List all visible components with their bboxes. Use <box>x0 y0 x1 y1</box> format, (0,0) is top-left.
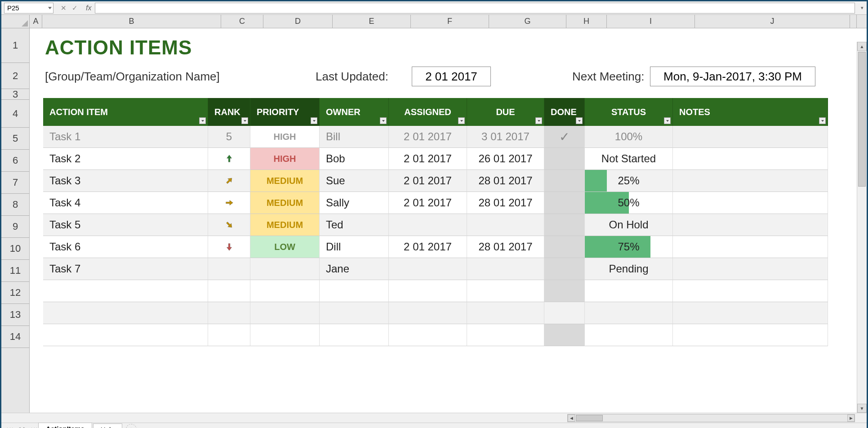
row-header-6[interactable]: 6 <box>1 150 29 172</box>
cell[interactable] <box>389 324 467 346</box>
cell[interactable] <box>544 192 585 214</box>
hscroll-thumb[interactable] <box>576 415 603 421</box>
cell[interactable] <box>544 302 585 324</box>
cell[interactable]: 2 01 2017 <box>389 192 467 214</box>
cell[interactable] <box>673 258 828 280</box>
th-priority[interactable]: PRIORITY <box>250 98 320 126</box>
row-header-10[interactable]: 10 <box>1 238 29 260</box>
filter-icon[interactable] <box>311 117 317 124</box>
cell[interactable]: 3 01 2017 <box>467 126 544 148</box>
cell[interactable] <box>250 258 320 280</box>
subtitle[interactable]: [Group/Team/Organization Name] <box>45 70 220 84</box>
cell[interactable] <box>467 302 544 324</box>
col-header-I[interactable]: I <box>607 15 695 28</box>
scroll-right-icon[interactable]: ▶ <box>847 415 855 422</box>
cell[interactable] <box>320 302 389 324</box>
th-action-item[interactable]: ACTION ITEM <box>43 98 208 126</box>
next-meeting-value[interactable]: Mon, 9-Jan-2017, 3:30 PM <box>650 67 815 86</box>
scroll-down-icon[interactable]: ▼ <box>857 404 867 413</box>
cell[interactable] <box>208 236 250 258</box>
cell[interactable] <box>673 236 828 258</box>
scroll-left-icon[interactable]: ◀ <box>568 415 575 422</box>
cell[interactable] <box>467 258 544 280</box>
th-notes[interactable]: NOTES <box>673 98 828 126</box>
new-sheet-icon[interactable]: + <box>126 424 137 428</box>
col-header-C[interactable]: C <box>221 15 263 28</box>
cell[interactable]: Ted <box>320 214 389 236</box>
cell[interactable] <box>673 214 828 236</box>
filter-icon[interactable] <box>664 117 671 124</box>
cell[interactable] <box>208 192 250 214</box>
formula-input[interactable] <box>95 3 855 13</box>
col-header-F[interactable]: F <box>411 15 489 28</box>
cell[interactable] <box>673 302 828 324</box>
cell[interactable]: 25% <box>585 170 673 192</box>
cell[interactable]: 75% <box>585 236 673 258</box>
cell[interactable]: 28 01 2017 <box>467 170 544 192</box>
cell[interactable] <box>544 324 585 346</box>
cell[interactable]: 50% <box>585 192 673 214</box>
cell[interactable] <box>389 302 467 324</box>
tab-nav-first-icon[interactable]: ⏮ <box>6 425 14 428</box>
cell[interactable] <box>544 170 585 192</box>
expand-formula-icon[interactable]: ▾ <box>858 5 867 11</box>
cell[interactable] <box>585 302 673 324</box>
cell[interactable]: Jane <box>320 258 389 280</box>
th-status[interactable]: STATUS <box>585 98 673 126</box>
row-header-4[interactable]: 4 <box>1 100 29 128</box>
filter-icon[interactable] <box>576 117 583 124</box>
cell[interactable]: Sue <box>320 170 389 192</box>
cell[interactable] <box>250 324 320 346</box>
cell[interactable]: 26 01 2017 <box>467 148 544 170</box>
filter-icon[interactable] <box>819 117 826 124</box>
cell[interactable] <box>208 302 250 324</box>
cell[interactable]: Sally <box>320 192 389 214</box>
th-done[interactable]: DONE <box>544 98 585 126</box>
row-header-3[interactable]: 3 <box>1 89 29 100</box>
filter-icon[interactable] <box>199 117 206 124</box>
tab-nav-prev-icon[interactable]: ◀ <box>14 425 22 428</box>
confirm-icon[interactable]: ✓ <box>69 4 80 12</box>
cell[interactable]: 2 01 2017 <box>389 170 467 192</box>
th-due[interactable]: DUE <box>467 98 544 126</box>
cell[interactable] <box>208 170 250 192</box>
cell[interactable] <box>389 280 467 302</box>
scroll-thumb[interactable] <box>858 52 866 187</box>
tab-actionitems[interactable]: ActionItems <box>38 423 92 428</box>
sheet[interactable]: ACTION ITEMS [Group/Team/Organization Na… <box>30 28 867 413</box>
cell[interactable]: Bob <box>320 148 389 170</box>
row-header-14[interactable]: 14 <box>1 326 29 348</box>
th-owner[interactable]: OWNER <box>320 98 389 126</box>
cell[interactable] <box>208 148 250 170</box>
cell[interactable]: Pending <box>585 258 673 280</box>
cell[interactable]: On Hold <box>585 214 673 236</box>
col-header-D[interactable]: D <box>263 15 333 28</box>
cell[interactable] <box>544 280 585 302</box>
cell[interactable] <box>585 280 673 302</box>
th-rank[interactable]: RANK <box>208 98 250 126</box>
cell[interactable]: LOW <box>250 236 320 258</box>
row-header-9[interactable]: 9 <box>1 216 29 238</box>
cell[interactable] <box>673 148 828 170</box>
row-header-13[interactable]: 13 <box>1 304 29 326</box>
cell[interactable] <box>43 324 208 346</box>
col-header-H[interactable]: H <box>566 15 607 28</box>
cell[interactable]: 5 <box>208 126 250 148</box>
cell[interactable]: 28 01 2017 <box>467 236 544 258</box>
cell[interactable] <box>544 236 585 258</box>
cell[interactable] <box>673 280 828 302</box>
filter-icon[interactable] <box>241 117 248 124</box>
cell[interactable]: Bill <box>320 126 389 148</box>
name-box[interactable]: P25 <box>4 3 53 13</box>
cell[interactable]: HIGH <box>250 148 320 170</box>
cell[interactable] <box>208 324 250 346</box>
col-header-G[interactable]: G <box>489 15 566 28</box>
cell[interactable] <box>467 214 544 236</box>
row-header-5[interactable]: 5 <box>1 128 29 150</box>
cell[interactable]: 2 01 2017 <box>389 148 467 170</box>
cell[interactable]: 100% <box>585 126 673 148</box>
tab-nav-last-icon[interactable]: ⏭ <box>30 425 38 428</box>
cell[interactable] <box>467 280 544 302</box>
select-all-corner[interactable] <box>1 15 30 28</box>
chevron-down-icon[interactable] <box>48 7 52 9</box>
